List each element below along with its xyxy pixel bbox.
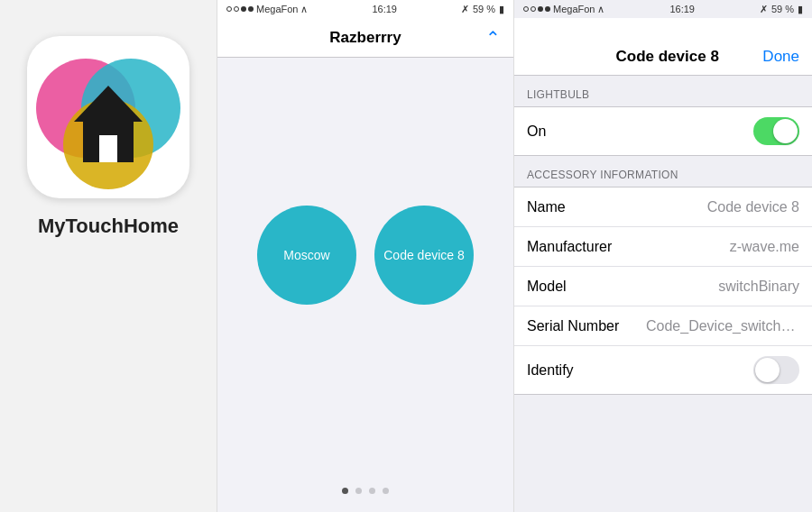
toggle-thumb-on (773, 119, 798, 143)
list-group-lightbulb: On (514, 106, 812, 156)
signal-icon-3 (523, 6, 550, 12)
bottom-area (514, 395, 812, 512)
panel-razberrry: MegaFon ∧ 16:19 ✗ 59 % ▮ Razberrry ⌃ Mos… (217, 0, 514, 512)
carrier-label: MegaFon (256, 4, 298, 14)
toggle-thumb-identify (755, 358, 780, 382)
device-bubble-code8[interactable]: Code device 8 (374, 206, 474, 305)
chevron-up-icon[interactable]: ⌃ (485, 27, 501, 49)
nav-bar-device: Code device 8 Done (514, 18, 812, 76)
list-group-accessory: Name Code device 8 Manufacturer z-wave.m… (514, 187, 812, 395)
signal-icon (226, 6, 254, 12)
wifi-icon-3: ∧ (597, 4, 604, 15)
nav-title-razberrry: Razberrry (329, 29, 401, 47)
status-bar-3: MegaFon ∧ 16:19 ✗ 59 % ▮ (514, 0, 812, 18)
row-serial: Serial Number Code_Device_switchBin... (514, 306, 812, 346)
panel-app: MyTouchHome (0, 0, 217, 512)
panel-device: MegaFon ∧ 16:19 ✗ 59 % ▮ Code device 8 D… (514, 0, 812, 512)
row-identify: Identify (514, 346, 812, 394)
page-indicator (217, 488, 513, 512)
device-nav-title: Code device 8 (572, 48, 762, 66)
wifi-icon: ∧ (300, 4, 308, 15)
row-model: Model switchBinary (514, 267, 812, 306)
status-bar-2: MegaFon ∧ 16:19 ✗ 59 % ▮ (217, 0, 513, 18)
row-name: Name Code device 8 (514, 187, 812, 227)
row-on: On (514, 107, 812, 155)
device-bubble-moscow[interactable]: Moscow (257, 206, 356, 305)
page-dot-1 (342, 488, 348, 494)
app-icon (27, 36, 189, 198)
bluetooth-icon-3: ✗ (760, 4, 768, 15)
battery-label: 59 % (473, 4, 495, 14)
page-dot-4 (383, 488, 389, 494)
carrier-label-3: MegaFon (553, 4, 595, 14)
battery-label-3: 59 % (771, 4, 794, 14)
value-model: switchBinary (718, 279, 799, 295)
bluetooth-icon: ✗ (461, 4, 469, 15)
time-label: 16:19 (372, 4, 397, 14)
done-button[interactable]: Done (762, 48, 799, 66)
page-dot-3 (369, 488, 375, 494)
row-manufacturer: Manufacturer z-wave.me (514, 227, 812, 267)
label-serial: Serial Number (527, 318, 619, 334)
row-label-on: On (527, 123, 546, 140)
value-serial: Code_Device_switchBin... (646, 318, 799, 334)
section-header-accessory: ACCESSORY INFORMATION (514, 156, 812, 187)
label-manufacturer: Manufacturer (527, 239, 612, 255)
battery-icon-3: ▮ (798, 4, 803, 15)
label-model: Model (527, 279, 567, 295)
device-list: Moscow Code device 8 (217, 58, 513, 488)
label-name: Name (527, 199, 566, 215)
time-label-3: 16:19 (669, 4, 695, 14)
toggle-identify[interactable] (753, 356, 799, 384)
value-manufacturer: z-wave.me (730, 239, 799, 255)
svg-rect-5 (99, 135, 117, 162)
section-header-lightbulb: LIGHTBULB (514, 76, 812, 106)
toggle-on[interactable] (753, 117, 799, 145)
value-name: Code device 8 (707, 199, 799, 215)
page-dot-2 (355, 488, 362, 494)
nav-bar-razberrry: Razberrry ⌃ (217, 18, 513, 58)
app-name: MyTouchHome (38, 215, 179, 238)
battery-icon: ▮ (499, 4, 504, 15)
label-identify: Identify (527, 362, 574, 379)
